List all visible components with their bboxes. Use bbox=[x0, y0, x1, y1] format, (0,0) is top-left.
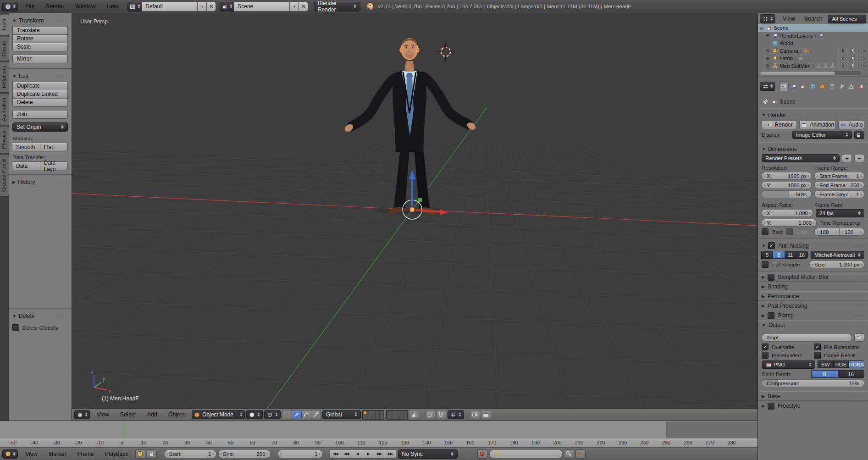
render-engine-select[interactable]: Blender Render bbox=[314, 2, 360, 11]
output-option-checkbox[interactable] bbox=[814, 344, 821, 350]
mirror-button[interactable]: Mirror bbox=[12, 55, 68, 63]
outliner-menu-item[interactable]: Search bbox=[800, 16, 827, 22]
editor-type-3dview-selector[interactable] bbox=[74, 410, 90, 419]
visibility-eye-icon[interactable] bbox=[838, 55, 848, 62]
renderability-camera-icon[interactable] bbox=[858, 55, 868, 62]
layer-cell[interactable] bbox=[399, 411, 403, 415]
layer-cell[interactable] bbox=[395, 411, 399, 415]
preset-add-button[interactable]: + bbox=[842, 154, 852, 162]
end-frame-field[interactable]: End:250 bbox=[218, 450, 271, 458]
outliner-menu-item[interactable]: View bbox=[778, 16, 800, 22]
frame-rate-select[interactable]: 24 fps bbox=[816, 209, 864, 217]
dimensions-panel-header[interactable]: ▼Dimensions:::: bbox=[762, 145, 864, 153]
outliner-hscrollbar[interactable] bbox=[760, 71, 861, 75]
layer-cell[interactable] bbox=[367, 411, 371, 415]
timeline-menu-item[interactable]: View bbox=[20, 451, 43, 457]
outliner-row[interactable]: ⊕ Camera | bbox=[758, 47, 868, 55]
output-option-checkbox[interactable] bbox=[762, 352, 768, 359]
edit-panel-header[interactable]: ▼Edit:::: bbox=[12, 72, 68, 80]
file-format-select[interactable]: PNG bbox=[762, 360, 815, 369]
viewport-menu-item[interactable]: View bbox=[91, 411, 115, 418]
selectability-cursor-icon[interactable] bbox=[848, 55, 858, 62]
delete-operator-header[interactable]: ▼Delete:::: bbox=[12, 312, 68, 320]
toolshelf-tab[interactable]: Tools bbox=[0, 15, 9, 35]
color-depth-button[interactable]: 16 bbox=[838, 370, 865, 378]
output-panel-header[interactable]: ▼Output:::: bbox=[758, 320, 868, 330]
outliner-row[interactable]: World bbox=[758, 39, 868, 47]
collapsed-panel-header[interactable]: ▶ Post Processing:::: bbox=[758, 301, 868, 310]
render-button[interactable]: Render bbox=[762, 120, 797, 129]
viewport-menu-item[interactable]: Select bbox=[115, 411, 142, 418]
data-transfer-button[interactable]: Data Layo bbox=[40, 161, 68, 170]
editor-type-info-selector[interactable] bbox=[2, 2, 18, 11]
preset-remove-button[interactable]: − bbox=[854, 154, 864, 162]
output-path-field[interactable]: /tmp\ bbox=[762, 334, 852, 342]
render-still-button[interactable] bbox=[470, 410, 480, 419]
scene-name-field[interactable]: Scene bbox=[234, 2, 290, 11]
channel-button[interactable]: RGB bbox=[833, 360, 849, 368]
pivot-point-select[interactable] bbox=[264, 410, 281, 419]
keying-set-field[interactable] bbox=[489, 450, 563, 458]
toolshelf-tab[interactable]: Physics bbox=[0, 127, 9, 153]
tab-scene[interactable] bbox=[798, 82, 808, 91]
aa-size-field[interactable]: Size:1.000 px bbox=[809, 260, 864, 268]
collapsed-panel-header[interactable]: ▶ Freestyle:::: bbox=[758, 401, 868, 410]
tab-object[interactable] bbox=[818, 82, 827, 91]
panel-checkbox[interactable] bbox=[768, 274, 774, 281]
transform-button[interactable]: Translate bbox=[12, 26, 68, 35]
tab-render[interactable] bbox=[779, 82, 789, 91]
full-sample-checkbox[interactable] bbox=[762, 261, 768, 268]
topbar-menu-item[interactable]: File bbox=[20, 3, 40, 10]
join-button[interactable]: Join bbox=[12, 110, 68, 119]
delete-globally-checkbox[interactable] bbox=[12, 324, 19, 331]
tab-render-layers[interactable] bbox=[789, 82, 798, 91]
transform-panel-header[interactable]: ▼Transform:::: bbox=[12, 17, 68, 24]
playback-button[interactable]: ▶▶| bbox=[385, 449, 396, 459]
toolshelf-tab[interactable]: Create bbox=[0, 37, 9, 61]
aspect-x-field[interactable]: X:1.000 bbox=[762, 209, 813, 217]
aa-filter-select[interactable]: Mitchell-Netravali bbox=[811, 251, 864, 259]
render-panel-header[interactable]: ▼Render:::: bbox=[762, 111, 864, 119]
viewport-shading-select[interactable] bbox=[246, 410, 263, 419]
tab-world[interactable] bbox=[808, 82, 818, 91]
auto-keyframe-toggle[interactable] bbox=[477, 449, 487, 459]
animation-button[interactable]: Animation bbox=[799, 120, 836, 129]
proportional-edit-select[interactable] bbox=[425, 410, 435, 419]
aa-sample-button[interactable]: 5 bbox=[761, 251, 773, 259]
selectability-cursor-icon[interactable] bbox=[848, 47, 858, 55]
aa-sample-button[interactable]: 16 bbox=[796, 251, 808, 259]
layer-cell[interactable] bbox=[404, 411, 407, 415]
timeline-menu-item[interactable]: Marker bbox=[43, 451, 72, 457]
snap-toggle[interactable] bbox=[436, 410, 446, 419]
topbar-menu-item[interactable]: Window bbox=[70, 3, 101, 10]
timeline-menu-item[interactable]: Playback bbox=[100, 451, 134, 457]
edit-button[interactable]: Delete bbox=[12, 98, 68, 107]
frame-step-field[interactable]: Frame Step:1 bbox=[814, 190, 864, 198]
anti-aliasing-panel-header[interactable]: ▼Anti-Aliasing:::: bbox=[762, 242, 864, 249]
layer-cell[interactable] bbox=[371, 415, 375, 419]
layout-add-button[interactable]: + bbox=[197, 2, 207, 11]
expander-icon[interactable]: ⊕ bbox=[766, 33, 772, 38]
crop-checkbox[interactable] bbox=[786, 228, 793, 235]
sync-select[interactable]: No Sync bbox=[398, 449, 458, 459]
collapsed-panel-header[interactable]: ▶ Stamp:::: bbox=[758, 310, 868, 320]
preview-range-toggle[interactable] bbox=[135, 449, 145, 459]
scene-add-button[interactable]: + bbox=[289, 2, 299, 11]
collapsed-panel-header[interactable]: ▶ Sampled Motion Blur:::: bbox=[758, 272, 868, 282]
layout-name-field[interactable]: Default bbox=[142, 2, 198, 11]
channel-button[interactable]: BW bbox=[818, 360, 834, 368]
data-transfer-button[interactable]: Data bbox=[12, 161, 40, 170]
display-lock-button[interactable] bbox=[854, 131, 864, 139]
anti-aliasing-checkbox[interactable] bbox=[768, 242, 775, 249]
outliner-display-mode-select[interactable]: All Scenes bbox=[828, 15, 866, 23]
collapsed-panel-header[interactable]: ▶ Bake:::: bbox=[758, 391, 868, 401]
layer-cell[interactable] bbox=[387, 411, 391, 415]
selectability-cursor-icon[interactable] bbox=[848, 62, 858, 70]
resolution-scale-slider[interactable]: 50% bbox=[762, 190, 812, 198]
output-option-checkbox[interactable] bbox=[762, 344, 768, 350]
playback-button[interactable]: ◀◀ bbox=[341, 449, 352, 459]
panel-checkbox[interactable] bbox=[768, 312, 774, 319]
color-depth-button[interactable]: 8 bbox=[811, 370, 838, 378]
transform-button[interactable]: Scale bbox=[12, 43, 68, 51]
scrollbar-thumb[interactable] bbox=[760, 72, 835, 75]
